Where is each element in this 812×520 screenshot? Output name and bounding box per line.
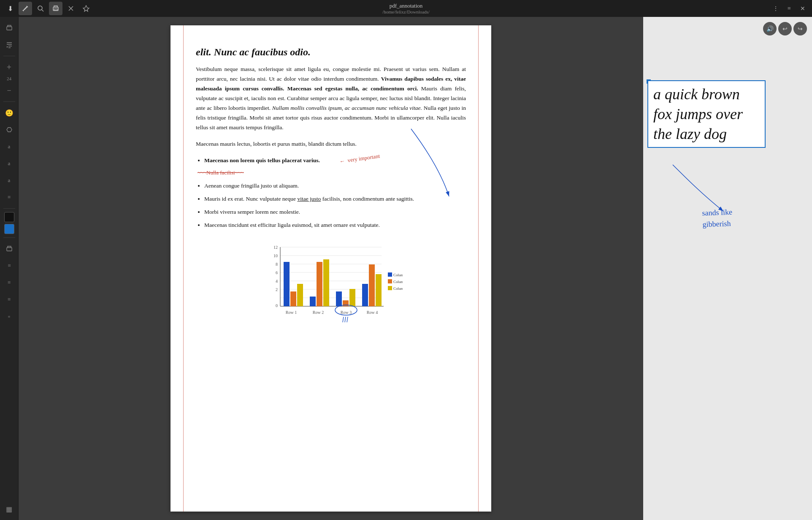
titlebar-right: ⋮ ≡ ✕ [770,3,809,14]
filepath-label: /home/felixz/Downloads/ [382,9,430,14]
svg-rect-25 [310,297,316,306]
sidebar-text-a2-btn[interactable]: a [2,156,17,171]
sidebar-text-a1-btn[interactable]: a [2,139,17,154]
titlebar: ⬇ pdf_annotation /home/felixz/Downloads/ [0,0,812,17]
text-box-annotation[interactable]: a quick brown fox jumps over the lazy do… [647,80,766,148]
svg-text:Column 1: Column 1 [393,273,403,277]
svg-rect-43 [388,286,392,290]
svg-text:0: 0 [276,303,278,308]
svg-rect-3 [7,27,12,30]
filename-label: pdf_annotation [382,3,430,9]
sidebar-media-btn[interactable] [2,37,17,52]
sidebar-print-btn[interactable] [2,20,17,35]
right-panel-arrow [669,161,753,245]
app-layout: + 24 − 🙂 a a a ≡ ≡ ≡ ≡ ≡ ▦ [0,17,812,520]
svg-text:Row 4: Row 4 [367,310,378,315]
sidebar-div-1 [3,56,15,56]
svg-text:10: 10 [273,253,278,258]
pdf-page: elit. Nunc ac faucibus odio. Vestibulum … [171,25,491,512]
float-btn-speaker[interactable]: 🔊 [763,22,777,35]
svg-text:Row 1: Row 1 [286,310,297,315]
svg-text:2: 2 [276,287,278,292]
right-panel: 🔊 ↩ ↪ a quick brown fox jumps over the l… [643,17,812,520]
sidebar-stack-btn[interactable]: ≡ [2,190,17,205]
titlebar-center: pdf_annotation /home/felixz/Downloads/ [382,3,430,14]
svg-text:Row 2: Row 2 [313,310,324,315]
svg-rect-26 [317,262,322,306]
svg-rect-2 [54,9,57,10]
menu-dots-button[interactable]: ⋮ [770,3,782,14]
sidebar-text-a3-btn[interactable]: a [2,173,17,188]
toolbar-pin[interactable] [79,2,93,15]
svg-rect-5 [7,248,12,251]
svg-rect-22 [284,262,290,306]
text-box-content: a quick brown fox jumps over the lazy do… [653,86,743,142]
bullet5-text: Maecenas tincidunt est efficitur ligula … [204,222,380,228]
menu-lines-button[interactable]: ≡ [783,3,795,14]
chart-container: 12 10 8 6 4 2 0 [259,239,403,332]
sidebar-emoji-btn[interactable]: 🙂 [2,105,17,120]
svg-text:Column 3: Column 3 [393,286,403,291]
svg-point-0 [38,6,42,10]
svg-rect-32 [369,264,375,306]
main-content: elit. Nunc ac faucibus odio. Vestibulum … [19,17,812,520]
svg-rect-30 [349,289,355,306]
sidebar-color-blue[interactable] [4,224,14,234]
sidebar-page-num: 24 [7,76,11,81]
svg-text:8: 8 [276,262,278,267]
bullet4-text: Morbi viverra semper lorem nec molestie. [204,209,300,215]
svg-line-45 [343,317,344,322]
pdf-container[interactable]: elit. Nunc ac faucibus odio. Vestibulum … [19,17,643,520]
svg-text:6: 6 [276,270,278,275]
svg-rect-41 [388,279,392,283]
svg-rect-23 [290,291,296,306]
svg-text:4: 4 [276,279,278,283]
svg-rect-33 [376,274,382,306]
sidebar-div-3 [3,208,15,209]
sidebar-add-btn[interactable]: + [2,60,17,75]
sidebar-barcode-btn[interactable]: ▦ [2,501,17,517]
sidebar-div-2 [3,101,15,102]
sidebar-list1-btn[interactable]: ≡ [2,258,17,273]
blue-arrow-annotation [407,120,533,256]
svg-rect-28 [336,291,342,306]
sidebar-div-4 [3,237,15,238]
bar-chart: 12 10 8 6 4 2 0 [259,239,403,332]
svg-line-47 [347,317,348,322]
float-btn-undo[interactable]: ↩ [778,22,792,35]
sidebar-list3-btn[interactable]: ≡ [2,292,17,307]
close-button[interactable]: ✕ [797,3,809,14]
bullet2-text: Aenean congue fringilla justo ut aliquam… [204,182,299,189]
svg-text:Row 3: Row 3 [341,310,352,315]
pdf-heading: elit. Nunc ac faucibus odio. [196,46,466,58]
svg-line-46 [345,317,346,322]
sidebar-back-btn[interactable] [2,122,17,137]
svg-rect-39 [388,272,392,277]
svg-rect-31 [362,284,368,306]
toolbar-print[interactable] [49,2,62,15]
bullet3-pre: Mauris id ex erat. Nunc vu [204,196,265,202]
toolbar-download[interactable]: ⬇ [3,2,17,15]
svg-text:Column 2: Column 2 [393,280,403,284]
svg-text:12: 12 [273,245,278,250]
toolbar-edit[interactable] [19,2,32,15]
float-controls: 🔊 ↩ ↪ [763,22,807,35]
sidebar-printer2-btn[interactable] [2,241,17,256]
svg-rect-27 [323,259,329,306]
svg-marker-4 [7,46,8,48]
sidebar-minus-btn[interactable]: − [2,83,17,98]
left-sidebar: + 24 − 🙂 a a a ≡ ≡ ≡ ≡ ≡ ▦ [0,17,19,520]
bullet1-text: Maecenas non lorem quis tellus placerat … [204,157,320,163]
float-btn-redo[interactable]: ↪ [793,22,807,35]
sidebar-list2-btn[interactable]: ≡ [2,275,17,290]
toolbar-scissors[interactable] [64,2,78,15]
svg-rect-24 [297,284,303,306]
sidebar-color-black[interactable] [4,212,14,222]
bullet3-link: lputate neque vitae justo [265,196,321,202]
bullet3-post: facilisis, non condimentum ante sagittis… [321,196,414,202]
toolbar-zoom[interactable] [34,2,47,15]
sidebar-list4-btn[interactable]: ≡ [2,309,17,324]
